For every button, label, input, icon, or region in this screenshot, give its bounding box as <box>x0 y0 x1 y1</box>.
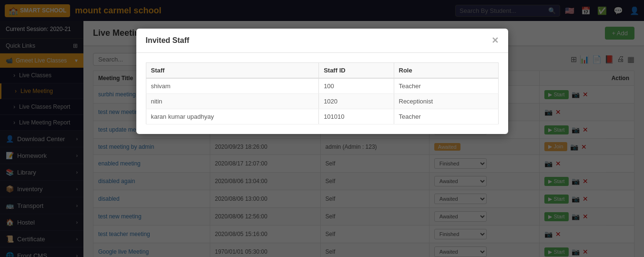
modal-close-button[interactable]: ✕ <box>491 36 499 45</box>
invited-staff-modal: Invited Staff ✕ Staff Staff ID Role shiv… <box>136 29 508 134</box>
modal-staff_id-cell: 1020 <box>319 94 394 109</box>
modal-staff_id-cell: 101010 <box>319 109 394 124</box>
modal-col-role: Role <box>394 63 498 79</box>
modal-overlay[interactable]: Invited Staff ✕ Staff Staff ID Role shiv… <box>0 0 644 257</box>
modal-table-row: karan kumar upadhyay101010Teacher <box>146 109 498 124</box>
modal-role-cell: Teacher <box>394 109 498 124</box>
modal-col-staff-id: Staff ID <box>319 63 394 79</box>
invited-staff-table: Staff Staff ID Role shivam100Teacherniti… <box>146 62 499 124</box>
modal-col-staff: Staff <box>146 63 319 79</box>
modal-body: Staff Staff ID Role shivam100Teacherniti… <box>136 53 508 134</box>
modal-title: Invited Staff <box>146 36 190 45</box>
modal-staff-cell: karan kumar upadhyay <box>146 109 319 124</box>
modal-table-row: nitin1020Receptionist <box>146 94 498 109</box>
modal-role-cell: Teacher <box>394 78 498 94</box>
modal-header: Invited Staff ✕ <box>136 29 508 53</box>
modal-staff-cell: shivam <box>146 78 319 94</box>
modal-staff-cell: nitin <box>146 94 319 109</box>
modal-role-cell: Receptionist <box>394 94 498 109</box>
modal-table-row: shivam100Teacher <box>146 78 498 94</box>
modal-staff_id-cell: 100 <box>319 78 394 94</box>
